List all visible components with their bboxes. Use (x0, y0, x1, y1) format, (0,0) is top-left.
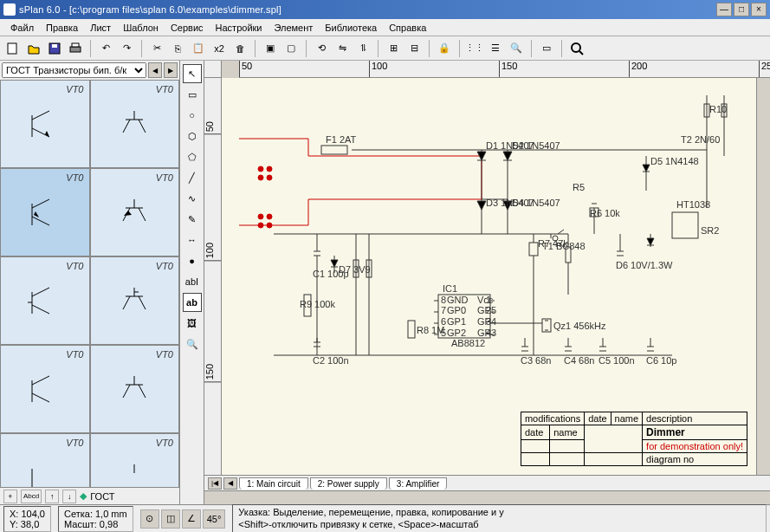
menu-sheet[interactable]: Лист (85, 21, 116, 35)
status-angle-value[interactable]: 45° (203, 509, 226, 529)
status-rubber-button[interactable]: ◫ (161, 509, 180, 529)
flip-v-button[interactable]: ⥮ (353, 39, 372, 58)
circle-tool[interactable]: ○ (183, 106, 202, 125)
zoom-tool[interactable]: 🔍 (183, 334, 202, 354)
svg-point-49 (267, 223, 272, 228)
move-up-button[interactable]: ↑ (45, 490, 59, 503)
copy-button[interactable]: ⎘ (168, 39, 187, 58)
pointer-tool[interactable]: ↖ (183, 64, 202, 83)
menu-settings[interactable]: Настройки (210, 21, 268, 35)
svg-rect-68 (529, 243, 538, 256)
dimension-tool[interactable]: ↔ (183, 230, 202, 250)
bring-front-button[interactable]: ▣ (261, 39, 280, 58)
svg-text:C3 68n: C3 68n (521, 355, 551, 366)
library-item[interactable]: VT0 (90, 80, 180, 168)
status-magnet-button[interactable]: ⊙ (140, 509, 159, 529)
group-button[interactable]: ⊞ (384, 39, 403, 58)
sheet-button[interactable]: ▭ (537, 39, 556, 58)
tab-prev[interactable]: ◀ (223, 477, 237, 490)
image-tool[interactable]: 🖼 (183, 314, 202, 333)
lock-button[interactable]: 🔒 (435, 39, 454, 58)
label-tool[interactable]: ab (183, 293, 202, 312)
special-tool[interactable]: ⬡ (183, 127, 202, 146)
component-label-button[interactable]: Abcd (21, 490, 42, 503)
close-button[interactable]: × (751, 3, 767, 16)
tab-first[interactable]: |◀ (208, 477, 222, 490)
library-item[interactable]: VT0 (90, 345, 180, 433)
library-next[interactable]: ▶ (164, 62, 178, 78)
menu-tools[interactable]: Сервис (165, 21, 209, 35)
cut-button[interactable]: ✂ (147, 39, 166, 58)
library-item[interactable]: VT0 (0, 433, 90, 487)
bezier-tool[interactable]: ∿ (183, 189, 202, 208)
flip-h-button[interactable]: ⇋ (333, 39, 352, 58)
zoom-button[interactable] (567, 39, 586, 58)
menu-edit[interactable]: Правка (41, 21, 83, 35)
move-down-button[interactable]: ↓ (62, 490, 76, 503)
menu-library[interactable]: Библиотека (320, 21, 382, 35)
svg-text:D2 1N5407: D2 1N5407 (512, 140, 560, 151)
library-prev[interactable]: ◀ (148, 62, 162, 78)
undo-button[interactable]: ↶ (96, 39, 115, 58)
send-back-button[interactable]: ▢ (281, 39, 301, 58)
svg-text:Qz1 456kHz: Qz1 456kHz (553, 321, 606, 331)
redo-button[interactable]: ↷ (117, 39, 136, 58)
svg-line-30 (123, 296, 130, 309)
library-item[interactable]: VT0 (0, 168, 90, 256)
library-name: ГОСТ (90, 491, 114, 502)
svg-line-26 (32, 305, 49, 314)
line-tool[interactable]: ╱ (183, 168, 202, 187)
drawing-canvas[interactable]: F1 2AT D1 1N5407 D2 1N5407 D3 1N5407 D4 … (222, 78, 756, 475)
minimize-button[interactable]: — (716, 3, 732, 16)
svg-rect-50 (321, 146, 347, 154)
library-item[interactable]: VT0 (0, 80, 90, 168)
svg-text:SR2: SR2 (701, 225, 719, 236)
menu-file[interactable]: Файл (5, 21, 39, 35)
save-button[interactable] (45, 39, 64, 58)
new-button[interactable] (3, 39, 23, 58)
svg-rect-2 (52, 44, 57, 48)
node-tool[interactable]: ● (183, 251, 202, 270)
library-item[interactable]: VT0 (0, 345, 90, 433)
ungroup-button[interactable]: ⊟ (404, 39, 424, 58)
rect-tool[interactable]: ▭ (183, 85, 202, 104)
duplicate-button[interactable]: x2 (210, 39, 229, 58)
sheet-tab[interactable]: 3: Amplifier (389, 477, 447, 490)
freehand-tool[interactable]: ✎ (183, 210, 202, 229)
svg-line-13 (123, 120, 130, 133)
library-item[interactable]: VT0 (0, 256, 90, 345)
svg-text:C6 10p: C6 10p (646, 355, 676, 366)
menu-template[interactable]: Шаблон (118, 21, 164, 35)
add-component-button[interactable]: + (3, 490, 17, 503)
open-button[interactable] (24, 39, 43, 58)
library-item[interactable]: VT0 (90, 168, 180, 256)
svg-point-47 (267, 214, 272, 219)
library-item[interactable]: VT0 (90, 256, 180, 345)
maximize-button[interactable]: □ (734, 3, 749, 16)
app-icon (3, 3, 16, 16)
rotate-button[interactable]: ⟲ (312, 39, 331, 58)
svg-text:R10: R10 (709, 104, 727, 114)
find-button[interactable]: 🔍 (507, 39, 526, 58)
text-tool[interactable]: abI (183, 272, 202, 291)
sheet-tab[interactable]: 1: Main circuit (239, 477, 308, 490)
menu-element[interactable]: Элемент (269, 21, 318, 35)
svg-line-39 (139, 385, 146, 398)
delete-button[interactable]: 🗑 (230, 39, 249, 58)
scrollbar-vertical[interactable] (756, 78, 770, 475)
status-angle-button[interactable]: ∠ (182, 509, 201, 529)
snap-button[interactable]: ⋮⋮ (465, 39, 484, 58)
svg-point-42 (258, 166, 263, 172)
svg-text:4: 4 (486, 328, 491, 338)
list-button[interactable]: ☰ (486, 39, 505, 58)
scrollbar-horizontal[interactable] (204, 490, 770, 504)
polygon-tool[interactable]: ⬠ (183, 147, 202, 166)
paste-button[interactable]: 📋 (189, 39, 208, 58)
menu-help[interactable]: Справка (384, 21, 431, 35)
library-item[interactable]: VT0 (90, 433, 180, 487)
library-select[interactable]: ГОСТ Транзисторы бип. б/к (2, 62, 146, 78)
svg-line-8 (32, 111, 49, 120)
sheet-tab[interactable]: 2: Power supply (310, 477, 387, 490)
svg-rect-4 (72, 43, 79, 47)
print-button[interactable] (66, 39, 85, 58)
